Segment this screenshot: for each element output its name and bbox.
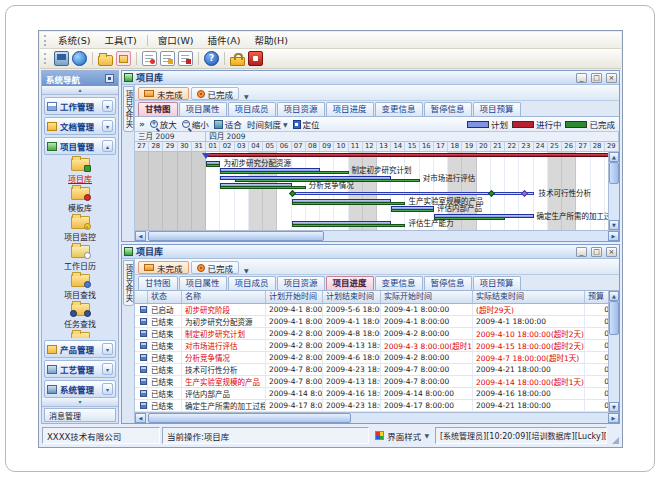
sidebar-overflow-strip[interactable]: ▾ [42, 398, 118, 407]
table-row-0[interactable]: 已启动初步研究阶段2009-4-1 8:00:002009-5-6 18:00:… [135, 304, 619, 316]
gantt-tab-0[interactable]: 甘特图 [138, 102, 178, 116]
zoom-out-button[interactable]: −缩小 [182, 118, 209, 130]
table-row-3[interactable]: 已结束对市场进行评估2009-4-2 8:00:002009-4-13 18:0… [135, 340, 619, 352]
scroll-thumb[interactable] [609, 162, 619, 184]
mail-edit-icon[interactable] [160, 51, 175, 66]
table-tab-2[interactable]: 项目成员 [228, 276, 276, 290]
sidebar-group-bottom-2[interactable]: 系统管理▾ [44, 380, 116, 398]
gantt-panel-titlebar[interactable]: 项目库 _ □ × [122, 71, 619, 85]
maximize-icon[interactable]: □ [591, 73, 602, 83]
chevron-down-icon[interactable]: ▾ [102, 343, 113, 355]
exit-icon[interactable] [248, 51, 263, 66]
table-tab-1[interactable]: 项目属性 [179, 276, 227, 290]
table-header-cell-5[interactable]: 实际结束时间 [473, 291, 585, 303]
help-icon[interactable] [204, 51, 219, 66]
gantt-tab-3[interactable]: 项目资源 [277, 102, 325, 116]
sidebar-item-3[interactable]: 工作日历 [64, 245, 96, 271]
table-tab-6[interactable]: 暂停信息 [424, 276, 472, 290]
gantt-viewtab-0[interactable]: 未完成 [138, 87, 189, 100]
table-header-cell-3[interactable]: 计划结束时间 [323, 291, 381, 303]
sidebar-item-1[interactable]: 模板库 [68, 187, 92, 213]
chevron-more-icon[interactable]: » [139, 119, 145, 129]
menu-item-0[interactable]: 系统(S) [51, 32, 97, 48]
table-viewtab-1[interactable]: 已完成 [191, 261, 240, 274]
scroll-thumb[interactable] [148, 413, 351, 423]
gantt-bar-done[interactable] [206, 164, 220, 167]
table-row-4[interactable]: 已结束分析竞争情况2009-4-2 8:00:002009-4-6 18:00:… [135, 352, 619, 364]
scroll-left-icon[interactable]: ◀ [135, 231, 146, 241]
fit-button[interactable]: 适合 [214, 118, 242, 130]
chevron-down-icon[interactable]: ▾ [102, 120, 113, 132]
gantt-bar-summary[interactable] [206, 153, 619, 157]
menu-item-1[interactable]: 工具(T) [97, 32, 143, 48]
table-tab-7[interactable]: 项目预算 [473, 276, 521, 290]
sidebar-group-project[interactable]: 项目管理▴ [44, 137, 116, 155]
gantt-bar-done[interactable] [220, 186, 305, 189]
vertical-tab-project-folder[interactable]: 项目文件夹 [123, 260, 134, 306]
resize-grip[interactable] [609, 427, 619, 444]
scroll-left-icon[interactable]: ◀ [135, 413, 146, 423]
table-row-1[interactable]: 已结束为初步研究分配资源2009-4-1 8:00:002009-4-1 18:… [135, 316, 619, 328]
folder-closed-icon[interactable] [98, 55, 113, 66]
gantt-horizontal-scrollbar[interactable]: ◀ ▶ [135, 230, 619, 241]
sidebar-collapse-strip[interactable]: ▴ [42, 86, 118, 95]
table-header-cell-4[interactable]: 实际开始时间 [381, 291, 473, 303]
chevron-down-icon[interactable]: ▾ [102, 383, 113, 395]
menu-item-2[interactable]: 窗口(W) [151, 32, 201, 48]
gantt-bar-done[interactable] [391, 209, 434, 212]
maximize-icon[interactable]: □ [591, 247, 602, 257]
time-scale-button[interactable]: 时间刻度▼ [247, 118, 288, 130]
chevron-up-icon[interactable]: ▴ [102, 140, 113, 152]
scroll-thumb[interactable] [148, 231, 324, 241]
table-tab-0[interactable]: 甘特图 [138, 276, 178, 290]
scroll-up-icon[interactable]: ▲ [609, 152, 619, 162]
table-row-5[interactable]: 已结束技术可行性分析2009-4-7 8:00:002009-4-23 18:0… [135, 364, 619, 376]
gantt-bar-bracket[interactable] [292, 192, 534, 195]
table-row-7[interactable]: 已结束评估内部产品2009-4-14 8:00:002009-4-16 18:0… [135, 388, 619, 400]
table-header-cell-0[interactable]: 状态 [148, 291, 182, 303]
pin-icon[interactable] [105, 74, 114, 83]
minimize-icon[interactable]: _ [576, 73, 587, 83]
sidebar-item-5[interactable]: 任务查找 [64, 303, 96, 329]
table-tab-5[interactable]: 变更信息 [375, 276, 423, 290]
mail-delete-icon[interactable] [178, 51, 193, 66]
chevron-down-icon[interactable]: ▼ [241, 93, 252, 100]
gantt-tab-7[interactable]: 项目预算 [473, 102, 521, 116]
sidebar-item-0[interactable]: 项目库 [68, 158, 92, 184]
gantt-tab-5[interactable]: 变更信息 [375, 102, 423, 116]
vertical-tab-project-folder[interactable]: 项目文件夹 [123, 86, 134, 132]
lock-icon[interactable] [230, 57, 245, 66]
scroll-right-icon[interactable]: ▶ [608, 231, 619, 241]
locate-button[interactable]: 定位 [293, 118, 320, 130]
gantt-bar-done[interactable] [292, 202, 406, 205]
chevron-down-icon[interactable]: ▾ [102, 363, 113, 375]
gantt-tab-6[interactable]: 暂停信息 [424, 102, 472, 116]
table-tab-4[interactable]: 项目进度 [326, 276, 374, 290]
scroll-up-icon[interactable]: ▲ [609, 291, 619, 301]
table-vertical-scrollbar[interactable]: ▲ ▼ [608, 291, 619, 412]
chevron-down-icon[interactable]: ▾ [102, 100, 113, 112]
scroll-down-icon[interactable]: ▼ [609, 220, 619, 230]
close-icon[interactable]: × [606, 73, 617, 83]
table-viewtab-0[interactable]: 未完成 [138, 261, 189, 274]
menu-item-3[interactable]: 插件(A) [200, 32, 247, 48]
table-row-6[interactable]: 已结束生产实验室规模的产品2009-4-7 8:00:002009-4-13 1… [135, 376, 619, 388]
close-icon[interactable]: × [606, 247, 617, 257]
sidebar-group-bottom-0[interactable]: 产品管理▾ [44, 340, 116, 358]
table-row-2[interactable]: 已结束制定初步研究计划2009-4-2 8:00:002009-4-8 18:0… [135, 328, 619, 340]
sidebar-tab-message[interactable]: 消息管理 [44, 408, 116, 422]
gantt-tab-4[interactable]: 项目进度 [326, 102, 374, 116]
scroll-thumb[interactable] [609, 301, 619, 335]
table-header-cell-1[interactable]: 名称 [182, 291, 266, 303]
computer-icon[interactable] [54, 51, 69, 66]
gantt-viewtab-1[interactable]: 已完成 [191, 87, 240, 100]
menu-item-4[interactable]: 帮助(H) [247, 32, 295, 48]
folder-open-icon[interactable] [116, 51, 131, 66]
sidebar-group-bottom-1[interactable]: 工艺管理▾ [44, 360, 116, 378]
gantt-bar-done[interactable] [292, 224, 406, 227]
gantt-tab-2[interactable]: 项目成员 [228, 102, 276, 116]
mail-new-icon[interactable] [142, 51, 157, 66]
table-row-8[interactable]: 已结束确定生产所需的加工过程2009-4-17 8:00:002009-4-23… [135, 400, 619, 412]
table-horizontal-scrollbar[interactable]: ◀ ▶ [135, 412, 619, 423]
table-header-cell-2[interactable]: 计划开始时间 [266, 291, 323, 303]
